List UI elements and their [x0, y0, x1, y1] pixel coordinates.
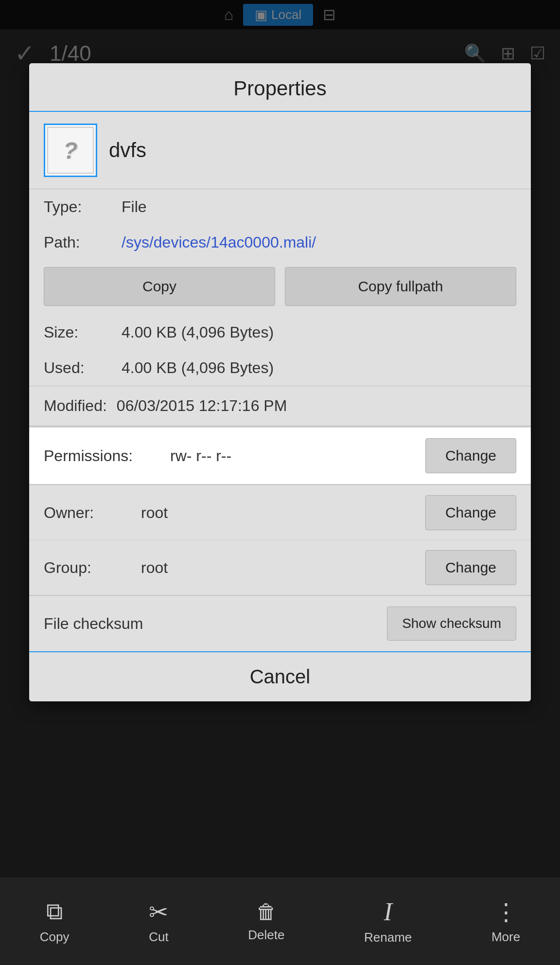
- type-value: File: [122, 198, 516, 216]
- type-label: Type:: [44, 198, 122, 216]
- cancel-button[interactable]: Cancel: [44, 666, 516, 688]
- modified-section: Modified: 06/03/2015 12:17:16 PM: [29, 386, 531, 426]
- delete-nav-label: Delete: [248, 928, 284, 943]
- file-name: dvfs: [109, 139, 146, 162]
- copy-nav-label: Copy: [40, 929, 70, 945]
- path-label: Path:: [44, 233, 122, 251]
- properties-dialog: Properties ? dvfs Type: File Path: /sys/…: [29, 63, 531, 701]
- file-info-row: ? dvfs: [29, 112, 531, 189]
- more-nav-icon: ⋮: [494, 898, 518, 926]
- properties-section: Type: File Path: /sys/devices/14ac0000.m…: [29, 189, 531, 386]
- group-label: Group:: [44, 559, 141, 577]
- permissions-label: Permissions:: [44, 447, 170, 465]
- modified-label: Modified:: [44, 397, 107, 415]
- size-row: Size: 4.00 KB (4,096 Bytes): [29, 315, 531, 350]
- checksum-section: File checksum Show checksum: [29, 595, 531, 652]
- permissions-value: rw- r-- r--: [170, 447, 425, 465]
- dialog-title: Properties: [29, 63, 531, 112]
- path-value[interactable]: /sys/devices/14ac0000.mali/: [122, 233, 516, 251]
- nav-rename[interactable]: I Rename: [364, 897, 412, 945]
- copy-nav-icon: ⧉: [46, 898, 63, 926]
- cut-nav-icon: ✂: [149, 898, 168, 926]
- nav-cut[interactable]: ✂ Cut: [149, 898, 168, 945]
- path-row: Path: /sys/devices/14ac0000.mali/: [29, 225, 531, 260]
- group-value: root: [141, 559, 425, 577]
- copy-buttons-row: Copy Copy fullpath: [29, 260, 531, 315]
- nav-more[interactable]: ⋮ More: [491, 898, 520, 945]
- modified-value: 06/03/2015 12:17:16 PM: [117, 397, 287, 415]
- rename-nav-icon: I: [384, 897, 392, 926]
- nav-delete[interactable]: 🗑 Delete: [248, 900, 284, 943]
- checksum-label: File checksum: [44, 615, 387, 633]
- used-row: Used: 4.00 KB (4,096 Bytes): [29, 350, 531, 386]
- cut-nav-label: Cut: [149, 929, 168, 945]
- cancel-section: Cancel: [29, 652, 531, 701]
- group-row: Group: root Change: [29, 540, 531, 595]
- rename-nav-label: Rename: [364, 930, 412, 945]
- delete-nav-icon: 🗑: [256, 900, 277, 924]
- used-label: Used:: [44, 359, 122, 377]
- more-nav-label: More: [491, 929, 520, 945]
- owner-value: root: [141, 504, 425, 522]
- permissions-section: Permissions: rw- r-- r-- Change: [29, 426, 531, 485]
- permissions-change-button[interactable]: Change: [425, 438, 516, 473]
- permissions-row: Permissions: rw- r-- r-- Change: [29, 428, 531, 484]
- copy-fullpath-button[interactable]: Copy fullpath: [285, 267, 516, 306]
- show-checksum-button[interactable]: Show checksum: [387, 607, 516, 641]
- type-row: Type: File: [29, 189, 531, 225]
- file-icon: ?: [44, 124, 97, 177]
- bottom-nav: ⧉ Copy ✂ Cut 🗑 Delete I Rename ⋮ More: [0, 877, 560, 965]
- owner-change-button[interactable]: Change: [425, 495, 516, 530]
- owner-label: Owner:: [44, 504, 141, 522]
- used-value: 4.00 KB (4,096 Bytes): [122, 359, 516, 377]
- owner-row: Owner: root Change: [29, 485, 531, 540]
- group-change-button[interactable]: Change: [425, 550, 516, 585]
- size-label: Size:: [44, 323, 122, 341]
- size-value: 4.00 KB (4,096 Bytes): [122, 323, 516, 341]
- unknown-file-icon: ?: [63, 137, 77, 164]
- owner-section: Owner: root Change Group: root Change: [29, 485, 531, 595]
- nav-copy[interactable]: ⧉ Copy: [40, 898, 70, 945]
- copy-button[interactable]: Copy: [44, 267, 275, 306]
